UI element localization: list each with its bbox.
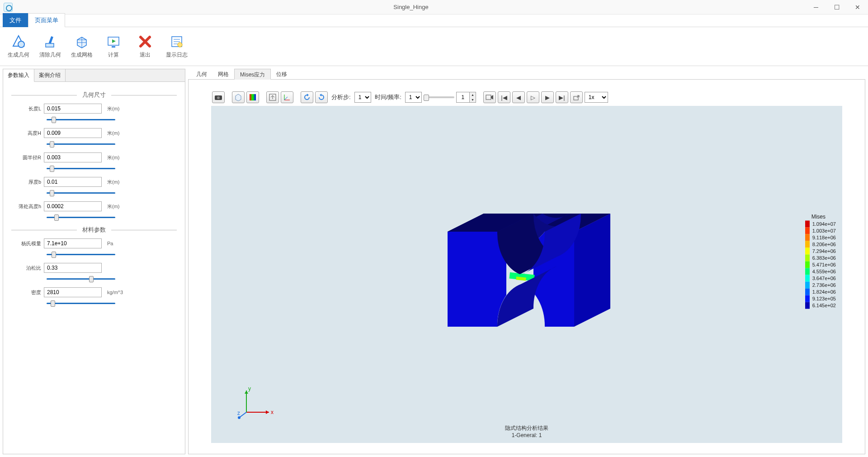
- menu-page[interactable]: 页面菜单: [28, 13, 65, 27]
- svg-marker-27: [320, 94, 321, 96]
- param-radius-input[interactable]: [44, 152, 102, 162]
- svg-point-19: [217, 96, 220, 99]
- legend-value: 2.736e+06: [810, 282, 836, 288]
- ribbon-gen-geom[interactable]: 生成几何: [5, 32, 33, 61]
- param-youngs-input[interactable]: [44, 238, 102, 248]
- tab-mesh-result[interactable]: 网格: [212, 69, 234, 79]
- svg-point-49: [238, 416, 241, 419]
- legend-row: 3.647e+06: [805, 275, 836, 281]
- legend-swatch: [805, 288, 810, 295]
- param-density-slider[interactable]: [47, 303, 115, 304]
- param-height-slider[interactable]: [47, 143, 115, 145]
- brush-icon: [42, 34, 58, 49]
- legend-value: 9.118e+06: [810, 235, 836, 240]
- param-length-input[interactable]: [44, 104, 102, 114]
- legend-swatch: [805, 248, 810, 254]
- ribbon-gen-mesh[interactable]: 生成网格: [68, 32, 96, 61]
- legend-row: 5.471e+06: [805, 261, 836, 268]
- log-icon: [169, 34, 184, 49]
- param-density-input[interactable]: [44, 287, 102, 297]
- legend-row: 6.383e+06: [805, 254, 836, 261]
- param-youngs-slider[interactable]: [47, 254, 115, 255]
- legend-value: 1.094e+07: [810, 221, 836, 227]
- legend-row: 1.003e+07: [805, 227, 836, 234]
- svg-rect-3: [49, 36, 53, 44]
- step-select[interactable]: 1: [354, 92, 371, 103]
- cube-view-icon[interactable]: [232, 91, 245, 103]
- ribbon-exit[interactable]: 退出: [131, 32, 159, 61]
- ribbon-compute[interactable]: 计算: [99, 32, 127, 61]
- freq-select[interactable]: 1: [405, 92, 422, 103]
- param-poisson-slider[interactable]: [47, 278, 115, 280]
- legend-row: 9.123e+05: [805, 295, 836, 302]
- ribbon: 生成几何 清除几何 生成网格 计算 退出 显示日志: [0, 27, 868, 66]
- param-height-input[interactable]: [44, 128, 102, 138]
- frame-spin[interactable]: ▲▼: [456, 92, 476, 103]
- param-radius-slider[interactable]: [47, 168, 115, 169]
- speed-select[interactable]: 1x: [585, 92, 608, 103]
- legend-swatch: [805, 254, 810, 261]
- time-slider[interactable]: [424, 96, 454, 98]
- record-icon[interactable]: [483, 91, 496, 103]
- svg-marker-29: [491, 95, 493, 100]
- last-frame-icon[interactable]: ▶|: [556, 91, 568, 103]
- legend-row: 6.145e+02: [805, 302, 836, 309]
- svg-text:x: x: [271, 409, 274, 415]
- contour-icon[interactable]: [246, 91, 259, 103]
- next-frame-icon[interactable]: ▶: [541, 91, 554, 103]
- param-thinh-input[interactable]: [44, 201, 102, 211]
- svg-line-48: [239, 412, 246, 418]
- cube-mesh-icon: [74, 34, 90, 49]
- legend-row: 7.294e+06: [805, 248, 836, 254]
- param-thickness-label: 厚度b: [11, 179, 44, 186]
- param-thinh-slider[interactable]: [47, 217, 115, 218]
- legend-value: 3.647e+06: [810, 276, 836, 281]
- step-label: 分析步:: [330, 93, 353, 101]
- param-length-slider[interactable]: [47, 119, 115, 120]
- param-thickness-slider[interactable]: [47, 192, 115, 194]
- tab-disp-result[interactable]: 位移: [271, 69, 292, 79]
- axes-toggle-icon[interactable]: [281, 91, 293, 103]
- legend-row: 9.118e+06: [805, 234, 836, 241]
- param-height-unit: 米(m): [107, 130, 120, 137]
- param-poisson-input[interactable]: [44, 263, 102, 273]
- tab-params[interactable]: 参数输入: [3, 69, 34, 82]
- rotate-cw-icon[interactable]: [315, 91, 328, 103]
- section-material-title: 材料参数: [77, 226, 111, 234]
- result-caption: 隐式结构分析结果 1-General: 1: [505, 424, 548, 438]
- prev-frame-icon[interactable]: ◀: [512, 91, 525, 103]
- camera-icon[interactable]: [212, 91, 225, 103]
- legend-value: 4.559e+06: [810, 269, 836, 274]
- fit-icon[interactable]: [266, 91, 279, 103]
- export-icon[interactable]: [570, 91, 583, 103]
- legend-swatch: [805, 275, 810, 281]
- tab-intro[interactable]: 案例介绍: [34, 69, 66, 81]
- param-thickness-input[interactable]: [44, 177, 102, 187]
- minimize-button[interactable]: ─: [806, 0, 826, 14]
- param-thickness-unit: 米(m): [107, 179, 120, 186]
- legend-row: 8.206e+06: [805, 241, 836, 248]
- play-icon[interactable]: ▷: [527, 91, 539, 103]
- rotate-ccw-icon[interactable]: [301, 91, 313, 103]
- tab-geom-result[interactable]: 几何: [191, 69, 212, 79]
- viewer-canvas[interactable]: x y z 隐式结构分析结果 1-General: 1 Mises 1.094e…: [211, 106, 842, 443]
- svg-marker-40: [448, 232, 497, 327]
- ribbon-clear-geom[interactable]: 清除几何: [36, 32, 64, 61]
- legend-value: 9.123e+05: [810, 296, 836, 301]
- menu-file[interactable]: 文件: [3, 13, 28, 27]
- model-3d: [429, 205, 624, 345]
- maximize-button[interactable]: ☐: [826, 0, 847, 14]
- param-height-label: 高度H: [11, 130, 44, 137]
- viewer-toolbar: 分析步: 1 时间/频率: 1 ▲▼ |◀ ◀ ▷ ▶ ▶| 1x: [211, 90, 842, 104]
- param-thinh-unit: 米(m): [107, 203, 120, 210]
- svg-rect-2: [46, 43, 54, 47]
- first-frame-icon[interactable]: |◀: [498, 91, 510, 103]
- legend-swatch: [805, 268, 810, 275]
- app-icon: [4, 3, 13, 12]
- svg-text:z: z: [237, 410, 240, 416]
- ribbon-show-log[interactable]: 显示日志: [163, 32, 191, 61]
- close-button[interactable]: ✕: [847, 0, 868, 14]
- legend-value: 1.003e+07: [810, 228, 836, 233]
- window-title: Single_Hinge: [16, 4, 806, 10]
- tab-mises-result[interactable]: Mises应力: [234, 69, 271, 80]
